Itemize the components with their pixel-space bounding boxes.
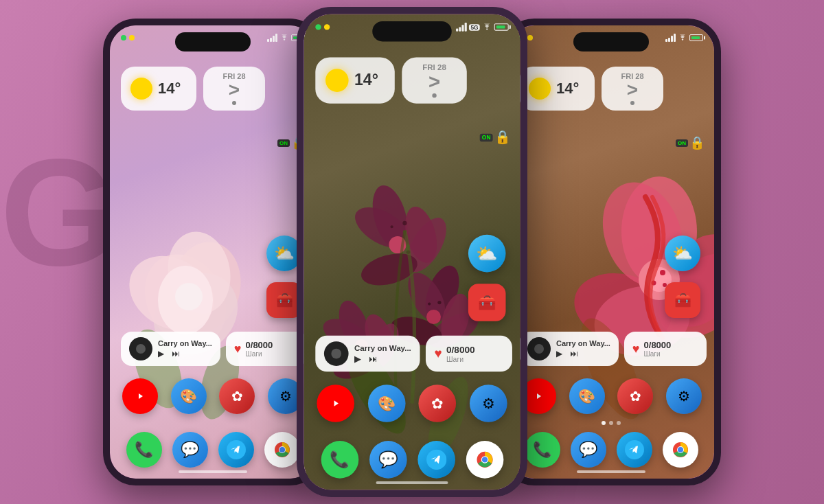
weather-cloud-icon: ⛅ (274, 244, 295, 263)
cal-arrow-left: > (229, 80, 240, 100)
phone-content-right: 14° FRI 28 > ON 🔒 ⛅ (508, 25, 714, 479)
youtube-icon-left[interactable] (122, 378, 158, 414)
home-indicator-center[interactable] (376, 481, 448, 484)
toolbox-app-icon-center[interactable]: 🧰 (468, 284, 506, 321)
flower-icon-left[interactable]: ✿ (219, 378, 255, 414)
volume-down-btn[interactable] (103, 135, 107, 154)
settings-icon-center[interactable]: ⚙ (470, 385, 507, 422)
play-button-left[interactable]: ▶ (158, 349, 168, 358)
paint-icon-center[interactable]: 🎨 (368, 385, 406, 422)
status-indicators (121, 35, 135, 41)
page-dot-2 (609, 421, 613, 425)
temperature-right: 14° (556, 80, 579, 98)
app-grid-center: 🎨 ✿ ⚙ (315, 379, 508, 428)
steps-widget-right[interactable]: ♥ 0/8000 Шаги (624, 332, 707, 366)
cal-arrow-right: > (627, 80, 638, 100)
weather-cloud-icon-r: ⛅ (672, 244, 693, 263)
power-btn-center[interactable] (523, 130, 527, 170)
weather-app-icon-right[interactable]: ⛅ (665, 236, 700, 271)
calendar-widget-left[interactable]: FRI 28 > (203, 67, 265, 111)
weather-widget-right[interactable]: 14° (519, 67, 595, 111)
phone-dock-icon-left[interactable]: 📞 (126, 432, 162, 468)
widgets-row-center: 14° FRI 28 > (315, 58, 508, 104)
music-widget-center[interactable]: Carry on Way... ▶ ⏭ (315, 336, 420, 372)
vpn-on-label-r: ON (676, 139, 688, 147)
cal-arrow-center: > (428, 72, 440, 92)
volume-down-btn-c[interactable] (297, 130, 301, 150)
wifi-icon (279, 34, 289, 42)
skip-button-center[interactable]: ⏭ (369, 354, 378, 364)
power-btn-right[interactable] (717, 135, 721, 173)
album-inner (136, 344, 146, 354)
cal-dot-left (232, 101, 236, 105)
music-steps-row-center: Carry on Way... ▶ ⏭ ♥ 0/8000 Шаги (315, 336, 508, 372)
cal-dot-center (432, 93, 436, 98)
app-grid-right: 🎨 ✿ ⚙ (519, 373, 703, 420)
toolbox-icon: 🧰 (276, 292, 293, 308)
chrome-dock-icon-left[interactable] (264, 432, 300, 468)
steps-count-center: 0/8000 (446, 344, 475, 355)
volume-up-btn-c[interactable] (297, 101, 301, 121)
temperature-left: 14° (158, 80, 181, 98)
phone-right: 14° FRI 28 > ON 🔒 ⛅ (501, 19, 721, 485)
messages-dock-icon-left[interactable]: 💬 (172, 432, 208, 468)
toolbox-app-icon-right[interactable]: 🧰 (665, 282, 700, 318)
telegram-dock-icon-left[interactable] (218, 432, 254, 468)
signal-icon-c (456, 23, 467, 32)
sun-icon (130, 78, 152, 100)
vpn-badge-right[interactable]: ON 🔒 (676, 135, 705, 150)
music-widget-right[interactable]: Carry on Way... ▶ ⏭ (519, 332, 619, 366)
telegram-dock-icon-center[interactable] (417, 441, 455, 479)
toolbox-icon-r: 🧰 (674, 292, 691, 308)
vpn-badge-center[interactable]: ON 🔒 (480, 130, 510, 146)
steps-widget-center[interactable]: ♥ 0/8000 Шаги (426, 336, 512, 372)
volume-up-btn[interactable] (103, 108, 107, 127)
svg-point-45 (481, 457, 487, 462)
home-indicator-right[interactable] (577, 470, 645, 473)
home-indicator-left[interactable] (179, 470, 247, 473)
telegram-dock-icon-right[interactable] (617, 432, 652, 468)
messages-dock-icon-right[interactable]: 💬 (571, 432, 606, 468)
signal-icon-r (665, 34, 676, 42)
heart-icon-left: ♥ (234, 342, 242, 356)
messages-dock-icon-center[interactable]: 💬 (369, 441, 407, 479)
album-art-left (129, 337, 152, 360)
paint-icon-right[interactable]: 🎨 (569, 378, 605, 414)
chrome-dock-icon-right[interactable] (663, 432, 698, 468)
phone-dock-icon-center[interactable]: 📞 (321, 441, 358, 479)
weather-app-icon-center[interactable]: ⛅ (468, 235, 506, 273)
skip-button-right[interactable]: ⏭ (570, 349, 578, 358)
chrome-dock-icon-center[interactable] (466, 441, 503, 479)
steps-count-right: 0/8000 (644, 340, 672, 350)
music-widget-left[interactable]: Carry on Way... ▶ ⏭ (121, 332, 220, 366)
steps-widget-left[interactable]: ♥ 0/8000 Шаги (226, 332, 308, 366)
widgets-row-right: 14° FRI 28 > (519, 67, 703, 111)
play-button-center[interactable]: ▶ (354, 354, 365, 364)
flower-icon-center[interactable]: ✿ (419, 385, 457, 422)
phone-dock-icon-right[interactable]: 📞 (525, 432, 560, 468)
paint-icon-left[interactable]: 🎨 (171, 378, 207, 414)
play-button-right[interactable]: ▶ (556, 349, 566, 358)
steps-label-right: Шаги (644, 350, 672, 358)
middle-section-right: ⛅ 🧰 Carry on Way... (519, 116, 703, 468)
skip-button-left[interactable]: ⏭ (172, 349, 180, 358)
weather-widget-left[interactable]: 14° (121, 67, 196, 111)
status-dot-green (121, 35, 126, 41)
calendar-widget-center[interactable]: FRI 28 > (402, 58, 467, 104)
album-inner-r (534, 344, 544, 354)
status-dot-green-c (315, 24, 321, 30)
phone-content-left: 14° FRI 28 > ON 🔒 ⛅ (110, 25, 316, 479)
flower-icon-right[interactable]: ✿ (617, 378, 653, 414)
weather-widget-center[interactable]: 14° (315, 58, 395, 104)
battery-icon-c (494, 23, 509, 30)
youtube-icon-center[interactable] (317, 385, 355, 422)
music-info-center: Carry on Way... ▶ ⏭ (354, 343, 411, 363)
music-steps-row-left: Carry on Way... ▶ ⏭ ♥ 0/8000 Шаги (121, 332, 305, 366)
calendar-widget-right[interactable]: FRI 28 > (602, 67, 663, 111)
settings-icon-right[interactable]: ⚙ (666, 378, 702, 414)
middle-section-left: ⛅ 🧰 Carry on Way... (121, 116, 305, 468)
vpn-on-label-c: ON (480, 133, 493, 141)
signal-icon (267, 34, 277, 42)
steps-info-left: 0/8000 Шаги (246, 340, 273, 358)
status-indicators-c (315, 24, 330, 30)
